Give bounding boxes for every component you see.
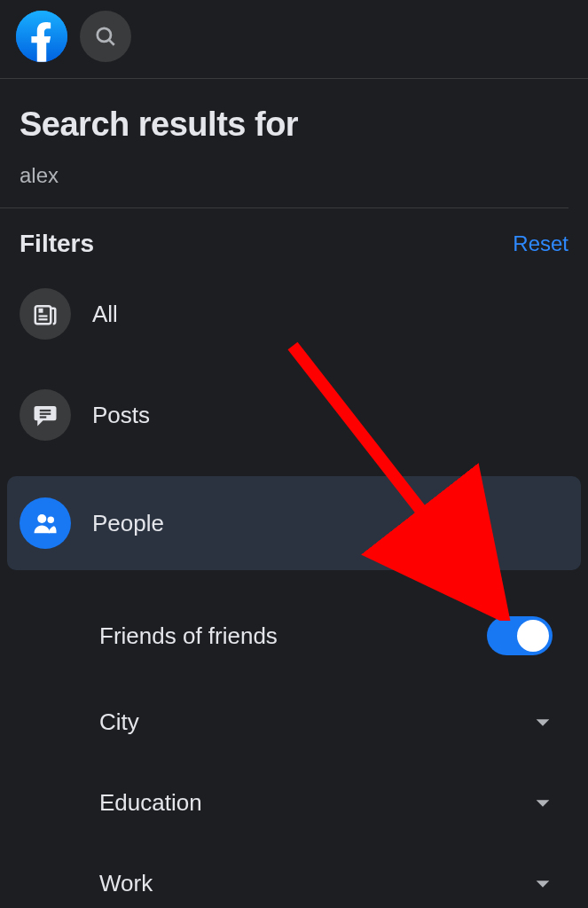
svg-point-11 xyxy=(48,517,55,524)
chevron-down-icon xyxy=(533,874,553,894)
chevron-down-icon xyxy=(533,794,553,813)
svg-point-1 xyxy=(98,28,111,42)
filter-label: City xyxy=(99,708,139,736)
category-posts[interactable]: Posts xyxy=(7,375,581,455)
search-button[interactable] xyxy=(80,11,131,62)
people-icon xyxy=(20,497,71,549)
search-header: Search results for alex xyxy=(0,79,568,208)
filter-label: Friends of friends xyxy=(99,622,278,650)
category-label: Posts xyxy=(92,402,150,429)
category-label: All xyxy=(92,301,118,328)
top-bar xyxy=(0,0,588,79)
filter-education[interactable]: Education xyxy=(20,763,568,843)
chevron-down-icon xyxy=(533,713,553,732)
facebook-icon xyxy=(16,11,67,62)
page-title: Search results for xyxy=(20,106,549,144)
filter-city[interactable]: City xyxy=(20,682,568,763)
filter-friends-of-friends[interactable]: Friends of friends xyxy=(20,590,568,682)
svg-rect-4 xyxy=(39,309,43,313)
search-query: alex xyxy=(20,163,549,188)
speech-icon xyxy=(20,389,71,441)
newspaper-icon xyxy=(20,288,71,340)
reset-button[interactable]: Reset xyxy=(513,231,568,256)
facebook-logo[interactable] xyxy=(16,11,67,62)
filter-label: Education xyxy=(99,789,202,817)
filters-title: Filters xyxy=(20,230,94,258)
svg-point-10 xyxy=(37,514,46,523)
category-label: People xyxy=(92,510,164,537)
toggle-knob xyxy=(517,620,549,652)
filter-label: Work xyxy=(99,870,153,897)
category-all[interactable]: All xyxy=(7,274,581,354)
category-people[interactable]: People xyxy=(7,476,581,570)
svg-line-2 xyxy=(109,40,114,44)
search-icon xyxy=(94,25,117,48)
sub-filter-list: Friends of friends City Education Work xyxy=(0,579,588,908)
filter-work[interactable]: Work xyxy=(20,843,568,908)
category-list: All Posts People xyxy=(0,274,588,570)
toggle-switch[interactable] xyxy=(487,616,553,655)
filters-header: Filters Reset xyxy=(0,208,588,274)
